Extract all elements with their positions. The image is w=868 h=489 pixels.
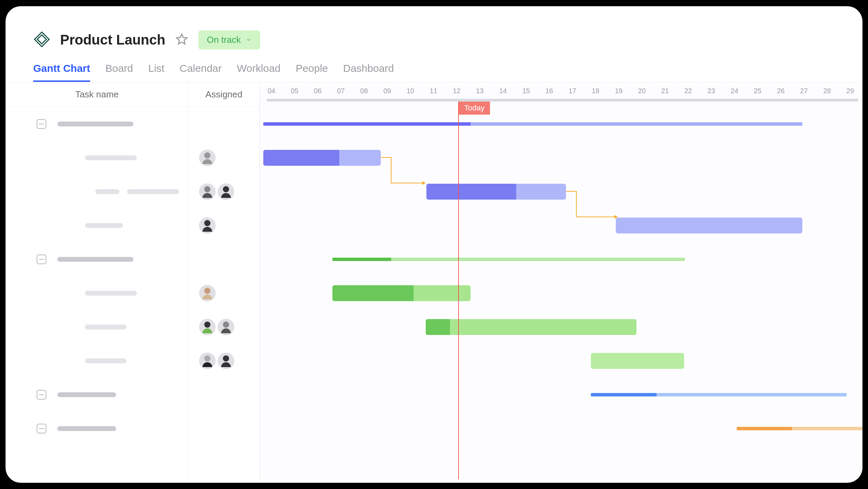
timeline-date-cell: 18 [584, 82, 607, 100]
tab-calendar[interactable]: Calendar [180, 56, 222, 82]
favorite-star-icon[interactable] [175, 32, 189, 48]
gantt-group-bar-row [260, 412, 862, 445]
timeline-date-cell: 22 [677, 82, 700, 100]
column-task-name: Task name [6, 82, 189, 479]
timeline-date-cell: 21 [653, 82, 677, 100]
group-summary-bar[interactable] [332, 258, 685, 261]
task-row[interactable] [6, 310, 188, 344]
collapse-toggle-icon[interactable] [37, 119, 46, 129]
assigned-cell[interactable] [189, 209, 259, 242]
collapse-toggle-icon[interactable] [37, 255, 46, 264]
task-row[interactable] [6, 276, 188, 310]
assigned-cell[interactable] [189, 310, 259, 344]
assigned-cell[interactable] [189, 276, 259, 310]
timeline-date-cell: 26 [769, 82, 792, 100]
project-status-dropdown[interactable]: On track [198, 30, 260, 49]
timeline-date-cell: 28 [815, 82, 839, 100]
tab-list[interactable]: List [148, 56, 164, 82]
group-summary-bar[interactable] [591, 393, 847, 396]
gantt-task-bar[interactable] [616, 218, 802, 233]
assigned-cell[interactable] [189, 344, 259, 378]
task-group-row[interactable] [6, 378, 188, 412]
gantt-task-row [260, 141, 862, 175]
gantt-task-bar[interactable] [591, 353, 684, 369]
timeline-date-cell: 20 [630, 82, 653, 100]
project-header: Product Launch On track [6, 6, 862, 56]
task-group-row[interactable] [6, 242, 188, 276]
timeline-date-cell: 08 [352, 82, 376, 100]
assigned-cell[interactable] [189, 141, 259, 175]
gantt-task-row [260, 344, 862, 378]
task-row[interactable] [6, 209, 188, 242]
group-summary-bar[interactable] [263, 122, 802, 126]
gantt-group-bar-row [260, 242, 862, 276]
avatar[interactable] [218, 353, 234, 369]
assigned-cell[interactable] [189, 175, 259, 209]
gantt-task-bar[interactable] [426, 184, 566, 200]
avatar[interactable] [218, 183, 234, 200]
timeline-date-cell: 19 [607, 82, 630, 100]
assigned-cell [189, 412, 259, 445]
avatar[interactable] [199, 150, 216, 166]
timeline-date-cell: 25 [746, 82, 769, 100]
task-name-placeholder [85, 291, 137, 296]
tab-people[interactable]: People [296, 56, 328, 82]
task-row[interactable] [6, 344, 188, 378]
task-name-placeholder [85, 155, 137, 160]
task-name-placeholder [85, 223, 123, 228]
collapse-toggle-icon[interactable] [37, 390, 46, 400]
timeline-date-cell: 23 [700, 82, 723, 100]
column-assigned: Assigned [189, 82, 260, 479]
timeline-date-cell: 15 [515, 82, 538, 100]
gantt-group-bar-row [260, 107, 862, 141]
tab-workload[interactable]: Workload [237, 56, 281, 82]
avatar[interactable] [199, 285, 216, 301]
assigned-cell [189, 107, 259, 141]
avatar[interactable] [218, 319, 234, 335]
gantt-task-row [260, 209, 862, 242]
view-tabs: Gantt Chart Board List Calendar Workload… [6, 56, 862, 82]
task-group-row[interactable] [6, 412, 188, 445]
avatar[interactable] [199, 353, 216, 369]
task-name-placeholder [57, 392, 116, 397]
timeline-date-header: 0405060708091011121314151617181920212223… [260, 82, 862, 100]
avatar[interactable] [199, 183, 216, 200]
chevron-down-icon [246, 35, 252, 45]
collapse-toggle-icon[interactable] [37, 424, 46, 433]
avatar[interactable] [199, 217, 216, 234]
avatar[interactable] [199, 319, 216, 335]
timeline-date-cell: 17 [561, 82, 584, 100]
timeline-scrollbar[interactable] [267, 99, 858, 102]
timeline-date-cell: 16 [538, 82, 561, 100]
task-name-placeholder [95, 189, 120, 194]
timeline-date-cell: 29 [839, 82, 862, 100]
tab-board[interactable]: Board [105, 56, 133, 82]
timeline-date-cell: 11 [422, 82, 445, 100]
gantt-task-bar[interactable] [332, 285, 471, 301]
task-group-row[interactable] [6, 107, 188, 141]
gantt-timeline[interactable]: 0405060708091011121314151617181920212223… [260, 82, 862, 479]
task-name-placeholder [57, 257, 133, 262]
task-name-placeholder [57, 426, 116, 431]
gantt-task-row [260, 175, 862, 209]
gantt-task-bar[interactable] [426, 319, 636, 335]
timeline-date-cell: 12 [445, 82, 468, 100]
group-summary-bar[interactable] [737, 427, 862, 430]
project-title: Product Launch [60, 32, 165, 48]
gantt-task-row [260, 276, 862, 310]
timeline-date-cell: 07 [329, 82, 352, 100]
tab-gantt-chart[interactable]: Gantt Chart [33, 56, 90, 82]
task-row[interactable] [6, 141, 188, 175]
timeline-date-cell: 30 [862, 82, 862, 100]
assigned-cell [189, 378, 259, 412]
task-name-placeholder [85, 325, 126, 329]
gantt-task-bar[interactable] [263, 150, 381, 166]
timeline-date-cell: 04 [260, 82, 283, 100]
timeline-date-cell: 14 [491, 82, 515, 100]
task-row[interactable] [6, 175, 188, 209]
timeline-date-cell: 24 [723, 82, 746, 100]
task-name-placeholder [85, 358, 126, 363]
gantt-worksurface: Task name [6, 82, 862, 479]
tab-dashboard[interactable]: Dashboard [343, 56, 394, 82]
gantt-task-row [260, 310, 862, 344]
